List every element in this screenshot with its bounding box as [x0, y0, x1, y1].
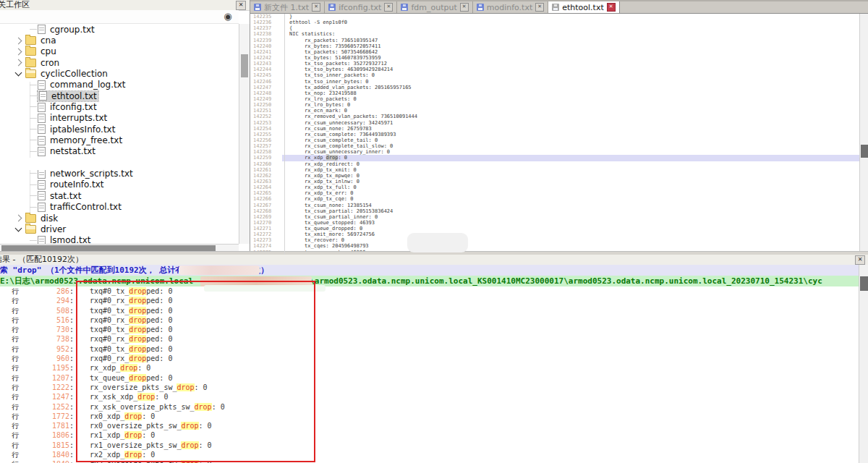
tree-file-network_scripts.txt[interactable]: network_scripts.txt — [0, 168, 239, 179]
line-number: 142262 — [250, 173, 282, 179]
tree-file-iptablesInfo.txt[interactable]: iptablesInfo.txt — [0, 124, 239, 135]
scrollbar-thumb[interactable] — [861, 145, 868, 158]
editor-line: 142249 rx_lro_packets: 0 — [250, 96, 859, 102]
search-result-row[interactable]: 行1840:rx2_xdp_drop: 0 — [0, 450, 859, 459]
match-highlight: drop — [176, 383, 194, 391]
search-result-row[interactable]: 行952:txq#0_tx_dropped: 0 — [0, 344, 859, 354]
tab-close-icon[interactable]: ✕ — [535, 3, 544, 12]
editor-line: 142252 rx_removed_vlan_packets: 73651009… — [250, 114, 859, 119]
search-result-row[interactable]: 行960:rxq#0_rx_dropped: 0 — [0, 354, 859, 363]
search-result-row[interactable]: 行1806:rx1_xdp_drop: 0 — [0, 430, 859, 440]
tab-close-icon[interactable]: ✕ — [384, 3, 393, 12]
tree-file-interrupts.txt[interactable]: interrupts.txt — [0, 113, 239, 124]
row-line-label: 行 — [12, 392, 22, 402]
tree-file-lsmod.txt[interactable]: lsmod.txt — [0, 235, 239, 245]
search-result-row[interactable]: 行1195:rx_xdp_drop: 0 — [0, 363, 859, 373]
row-colon: : — [69, 326, 74, 334]
tree-item-label: cron — [41, 58, 59, 68]
tab-新文件 1.txt[interactable]: 新文件 1.txt✕ — [250, 1, 325, 13]
tab-modinfo.txt[interactable]: modinfo.txt✕ — [473, 1, 549, 13]
code-text: tx_added_vlan_packets: 205165957165 — [282, 85, 412, 90]
tree-file-netstat.txt[interactable]: netstat.txt — [0, 146, 239, 157]
locate-file-icon[interactable]: ◉ — [223, 12, 233, 22]
search-result-row[interactable]: 行738:rxq#0_rx_dropped: 0 — [0, 334, 859, 344]
code-text: tx_csum_none: 12385154 — [282, 203, 372, 208]
search-result-row[interactable]: 行508:txq#0_tx_dropped: 0 — [0, 306, 859, 315]
results-close-icon[interactable]: ✕ — [855, 255, 865, 265]
tree-file-stat.txt[interactable]: stat.txt — [0, 190, 239, 201]
results-title: 结果 - （匹配10192次） — [0, 255, 83, 264]
tree-file-ethtool.txt[interactable]: ethtool.txt — [0, 90, 239, 101]
chevron-right-icon[interactable] — [15, 59, 22, 67]
scrollbar-thumb[interactable] — [1, 245, 216, 251]
row-colon: : — [69, 431, 74, 439]
tree-file-command_log.txt[interactable]: command_log.txt — [0, 80, 239, 90]
row-colon: : — [69, 383, 74, 391]
tree-folder-driver[interactable]: driver — [0, 224, 239, 234]
tab-ifconfig.txt[interactable]: ifconfig.txt✕ — [325, 1, 397, 13]
search-result-row[interactable]: 行1772:rx0_xdp_drop: 0 — [0, 412, 859, 421]
row-line-number: 516 — [22, 315, 69, 325]
row-line-number: 1849 — [22, 459, 69, 463]
tree-file-cgroup.txt[interactable]: cgroup.txt — [0, 24, 239, 35]
tab-close-icon[interactable]: ✕ — [460, 3, 469, 12]
tab-close-icon[interactable]: ✕ — [607, 3, 616, 12]
workspace-close-icon[interactable]: ✕ — [236, 1, 246, 10]
search-result-row[interactable]: 行1781:rx0_oversize_pkts_sw_drop: 0 — [0, 421, 859, 430]
row-line-number: 1806 — [22, 430, 69, 440]
search-summary-line[interactable]: 搜索 "drop" （1个文件中匹配到10192次， 总计有次） — [0, 265, 859, 276]
tab-close-icon[interactable]: ✕ — [312, 3, 320, 12]
search-result-row[interactable]: 行1222:rx_oversize_pkts_sw_drop: 0 — [0, 383, 859, 392]
scrollbar-thumb[interactable] — [860, 276, 868, 291]
search-result-row[interactable]: 行1252:rx_xsk_oversize_pkts_sw_drop: 0 — [0, 402, 859, 412]
chevron-right-icon[interactable] — [15, 37, 22, 44]
line-number: 142254 — [250, 126, 282, 132]
search-file-path-line[interactable]: E:\日志\armod0523.odata.ncmp.unicom.locala… — [0, 276, 859, 286]
tree-file-memory_free.txt[interactable]: memory_free.txt — [0, 135, 239, 145]
chevron-down-icon[interactable] — [15, 69, 22, 77]
search-results-panel: 结果 - （匹配10192次） ✕ 搜索 "drop" （1个文件中匹配到101… — [0, 255, 868, 463]
row-content: rxq#0_rx_dropped: 0 — [90, 354, 172, 362]
line-number: 142260 — [250, 161, 282, 167]
line-number: 142244 — [250, 67, 282, 72]
search-result-row[interactable]: 行286:txq#0_tx_dropped: 0 — [0, 286, 859, 296]
code-text: tx_bytes: 514607839753959 — [282, 55, 380, 61]
code-text: rx_csum_unnecessary_inner: 0 — [282, 149, 390, 155]
row-content: rx0_xdp_drop: 0 — [90, 412, 155, 420]
row-line-label: 行 — [12, 459, 22, 463]
chevron-right-icon[interactable] — [15, 48, 22, 55]
tree-folder-cyclicCollection[interactable]: cyclicCollection — [0, 68, 239, 79]
search-result-row[interactable]: 行1207:tx_queue_dropped: 0 — [0, 373, 859, 383]
row-colon: : — [69, 451, 74, 459]
search-result-row[interactable]: 行1849:rx2_oversize_pkts_sw_drop: 0 — [0, 459, 859, 463]
search-result-row[interactable]: 行1815:rx1_oversize_pkts_sw_drop: 0 — [0, 441, 859, 450]
tree-folder-cpu[interactable]: cpu — [0, 46, 239, 57]
search-result-row[interactable]: 行1247:rx_xsk_xdp_drop: 0 — [0, 392, 859, 402]
search-result-row[interactable]: 行730:txq#0_tx_dropped: 0 — [0, 325, 859, 334]
chevron-down-icon[interactable] — [15, 224, 22, 232]
chevron-right-icon[interactable] — [15, 215, 22, 222]
row-line-number: 1840 — [22, 450, 69, 459]
tab-fdm_output[interactable]: fdm_output✕ — [397, 1, 472, 13]
tab-ethtool.txt[interactable]: ethtool.txt✕ — [548, 1, 620, 13]
tree-vertical-scrollbar[interactable] — [239, 24, 250, 244]
scrollbar-thumb[interactable] — [241, 54, 248, 77]
selected-tree-item[interactable]: ethtool.txt — [38, 91, 98, 101]
search-result-row[interactable]: 行516:rxq#0_rx_dropped: 0 — [0, 315, 859, 325]
row-line-number: 960 — [22, 354, 69, 363]
tree-folder-disk[interactable]: disk — [0, 213, 239, 224]
row-content: rxq#0_rx_dropped: 0 — [90, 297, 172, 305]
editor-area[interactable]: 142235}142236ethtool -S enp1s0f0142237{1… — [250, 14, 859, 255]
tree-file-trafficControl.txt[interactable]: trafficControl.txt — [0, 202, 239, 213]
tree-item-label: trafficControl.txt — [50, 202, 122, 212]
tree-file-ifconfig.txt[interactable]: ifconfig.txt — [0, 101, 239, 112]
tree-file-routeInfo.txt[interactable]: routeInfo.txt — [0, 179, 239, 190]
editor-vertical-scrollbar[interactable] — [859, 14, 868, 255]
editor-line: 142259 rx_xdp_drop: 0 — [250, 155, 859, 161]
tree-folder-cron[interactable]: cron — [0, 57, 239, 68]
file-tree[interactable]: cgroup.txtcnacpucroncyclicCollectioncomm… — [0, 24, 239, 245]
tree-folder-cna[interactable]: cna — [0, 35, 239, 46]
code-text: rx_csum_unnecessary: 34245971 — [282, 120, 393, 126]
results-vertical-scrollbar[interactable] — [859, 265, 868, 463]
search-result-row[interactable]: 行294:rxq#0_rx_dropped: 0 — [0, 296, 859, 305]
